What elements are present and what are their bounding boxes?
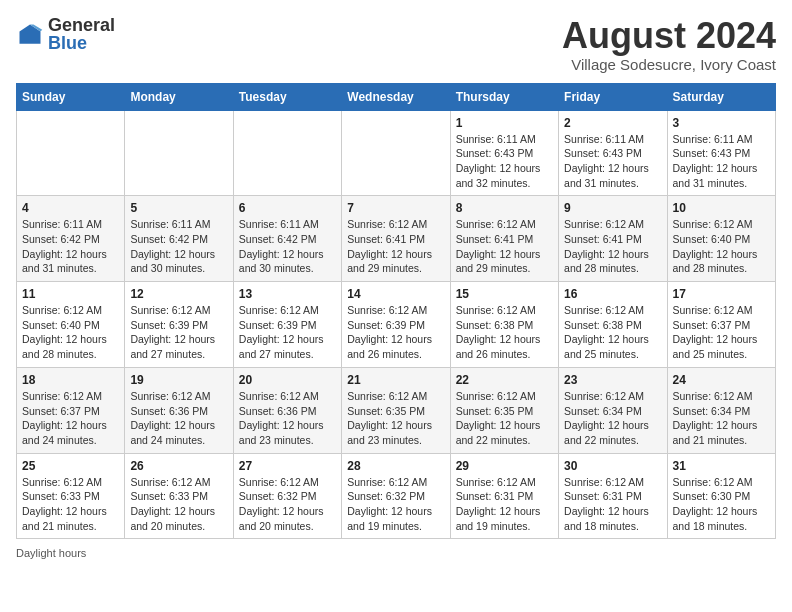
day-number: 30 [564, 459, 661, 473]
day-info: Sunrise: 6:12 AM Sunset: 6:35 PM Dayligh… [456, 389, 553, 448]
day-info: Sunrise: 6:12 AM Sunset: 6:31 PM Dayligh… [456, 475, 553, 534]
weekday-header-wednesday: Wednesday [342, 83, 450, 110]
weekday-header-sunday: Sunday [17, 83, 125, 110]
calendar-cell: 18Sunrise: 6:12 AM Sunset: 6:37 PM Dayli… [17, 367, 125, 453]
weekday-header-friday: Friday [559, 83, 667, 110]
day-info: Sunrise: 6:12 AM Sunset: 6:38 PM Dayligh… [456, 303, 553, 362]
main-title: August 2024 [562, 16, 776, 56]
day-number: 20 [239, 373, 336, 387]
day-info: Sunrise: 6:12 AM Sunset: 6:39 PM Dayligh… [239, 303, 336, 362]
day-info: Sunrise: 6:12 AM Sunset: 6:39 PM Dayligh… [347, 303, 444, 362]
weekday-header-tuesday: Tuesday [233, 83, 341, 110]
day-number: 10 [673, 201, 770, 215]
day-number: 7 [347, 201, 444, 215]
calendar-cell [342, 110, 450, 196]
day-number: 11 [22, 287, 119, 301]
day-number: 31 [673, 459, 770, 473]
daylight-label: Daylight hours [16, 547, 86, 559]
day-info: Sunrise: 6:12 AM Sunset: 6:33 PM Dayligh… [22, 475, 119, 534]
calendar-body: 1Sunrise: 6:11 AM Sunset: 6:43 PM Daylig… [17, 110, 776, 539]
day-number: 1 [456, 116, 553, 130]
week-row-2: 4Sunrise: 6:11 AM Sunset: 6:42 PM Daylig… [17, 196, 776, 282]
day-number: 19 [130, 373, 227, 387]
day-info: Sunrise: 6:12 AM Sunset: 6:39 PM Dayligh… [130, 303, 227, 362]
logo-general-text: General [48, 16, 115, 34]
calendar-cell: 24Sunrise: 6:12 AM Sunset: 6:34 PM Dayli… [667, 367, 775, 453]
day-number: 8 [456, 201, 553, 215]
calendar-cell: 13Sunrise: 6:12 AM Sunset: 6:39 PM Dayli… [233, 282, 341, 368]
weekday-header-saturday: Saturday [667, 83, 775, 110]
day-info: Sunrise: 6:11 AM Sunset: 6:43 PM Dayligh… [673, 132, 770, 191]
subtitle: Village Sodesucre, Ivory Coast [562, 56, 776, 73]
calendar-cell: 27Sunrise: 6:12 AM Sunset: 6:32 PM Dayli… [233, 453, 341, 539]
day-number: 15 [456, 287, 553, 301]
calendar-cell: 29Sunrise: 6:12 AM Sunset: 6:31 PM Dayli… [450, 453, 558, 539]
day-info: Sunrise: 6:11 AM Sunset: 6:42 PM Dayligh… [130, 217, 227, 276]
day-number: 13 [239, 287, 336, 301]
calendar-cell: 21Sunrise: 6:12 AM Sunset: 6:35 PM Dayli… [342, 367, 450, 453]
calendar-table: SundayMondayTuesdayWednesdayThursdayFrid… [16, 83, 776, 540]
week-row-4: 18Sunrise: 6:12 AM Sunset: 6:37 PM Dayli… [17, 367, 776, 453]
calendar-cell: 4Sunrise: 6:11 AM Sunset: 6:42 PM Daylig… [17, 196, 125, 282]
day-info: Sunrise: 6:11 AM Sunset: 6:42 PM Dayligh… [22, 217, 119, 276]
day-info: Sunrise: 6:12 AM Sunset: 6:40 PM Dayligh… [673, 217, 770, 276]
logo-blue-text: Blue [48, 33, 87, 53]
calendar-cell: 20Sunrise: 6:12 AM Sunset: 6:36 PM Dayli… [233, 367, 341, 453]
calendar-cell [125, 110, 233, 196]
day-number: 25 [22, 459, 119, 473]
calendar-cell: 31Sunrise: 6:12 AM Sunset: 6:30 PM Dayli… [667, 453, 775, 539]
logo: General Blue [16, 16, 115, 53]
day-info: Sunrise: 6:12 AM Sunset: 6:38 PM Dayligh… [564, 303, 661, 362]
day-info: Sunrise: 6:12 AM Sunset: 6:34 PM Dayligh… [564, 389, 661, 448]
calendar-cell: 6Sunrise: 6:11 AM Sunset: 6:42 PM Daylig… [233, 196, 341, 282]
day-number: 17 [673, 287, 770, 301]
calendar-cell: 16Sunrise: 6:12 AM Sunset: 6:38 PM Dayli… [559, 282, 667, 368]
day-number: 2 [564, 116, 661, 130]
day-info: Sunrise: 6:11 AM Sunset: 6:43 PM Dayligh… [456, 132, 553, 191]
day-info: Sunrise: 6:11 AM Sunset: 6:43 PM Dayligh… [564, 132, 661, 191]
day-info: Sunrise: 6:12 AM Sunset: 6:33 PM Dayligh… [130, 475, 227, 534]
calendar-cell: 1Sunrise: 6:11 AM Sunset: 6:43 PM Daylig… [450, 110, 558, 196]
calendar-cell: 3Sunrise: 6:11 AM Sunset: 6:43 PM Daylig… [667, 110, 775, 196]
calendar-cell: 26Sunrise: 6:12 AM Sunset: 6:33 PM Dayli… [125, 453, 233, 539]
day-number: 5 [130, 201, 227, 215]
day-number: 22 [456, 373, 553, 387]
calendar-cell: 14Sunrise: 6:12 AM Sunset: 6:39 PM Dayli… [342, 282, 450, 368]
calendar-cell: 7Sunrise: 6:12 AM Sunset: 6:41 PM Daylig… [342, 196, 450, 282]
week-row-1: 1Sunrise: 6:11 AM Sunset: 6:43 PM Daylig… [17, 110, 776, 196]
day-info: Sunrise: 6:12 AM Sunset: 6:36 PM Dayligh… [130, 389, 227, 448]
day-number: 9 [564, 201, 661, 215]
day-number: 18 [22, 373, 119, 387]
day-info: Sunrise: 6:12 AM Sunset: 6:35 PM Dayligh… [347, 389, 444, 448]
calendar-cell: 22Sunrise: 6:12 AM Sunset: 6:35 PM Dayli… [450, 367, 558, 453]
day-number: 28 [347, 459, 444, 473]
day-info: Sunrise: 6:11 AM Sunset: 6:42 PM Dayligh… [239, 217, 336, 276]
calendar-cell: 5Sunrise: 6:11 AM Sunset: 6:42 PM Daylig… [125, 196, 233, 282]
calendar-cell: 10Sunrise: 6:12 AM Sunset: 6:40 PM Dayli… [667, 196, 775, 282]
day-info: Sunrise: 6:12 AM Sunset: 6:41 PM Dayligh… [456, 217, 553, 276]
day-number: 16 [564, 287, 661, 301]
day-info: Sunrise: 6:12 AM Sunset: 6:41 PM Dayligh… [564, 217, 661, 276]
day-number: 21 [347, 373, 444, 387]
day-info: Sunrise: 6:12 AM Sunset: 6:36 PM Dayligh… [239, 389, 336, 448]
footer: Daylight hours [16, 547, 776, 559]
week-row-5: 25Sunrise: 6:12 AM Sunset: 6:33 PM Dayli… [17, 453, 776, 539]
calendar-cell [17, 110, 125, 196]
day-info: Sunrise: 6:12 AM Sunset: 6:31 PM Dayligh… [564, 475, 661, 534]
calendar-cell: 8Sunrise: 6:12 AM Sunset: 6:41 PM Daylig… [450, 196, 558, 282]
day-info: Sunrise: 6:12 AM Sunset: 6:32 PM Dayligh… [239, 475, 336, 534]
day-info: Sunrise: 6:12 AM Sunset: 6:41 PM Dayligh… [347, 217, 444, 276]
day-number: 26 [130, 459, 227, 473]
week-row-3: 11Sunrise: 6:12 AM Sunset: 6:40 PM Dayli… [17, 282, 776, 368]
weekday-header-thursday: Thursday [450, 83, 558, 110]
title-block: August 2024 Village Sodesucre, Ivory Coa… [562, 16, 776, 73]
day-number: 24 [673, 373, 770, 387]
calendar-cell: 28Sunrise: 6:12 AM Sunset: 6:32 PM Dayli… [342, 453, 450, 539]
calendar-cell: 12Sunrise: 6:12 AM Sunset: 6:39 PM Dayli… [125, 282, 233, 368]
calendar-cell: 30Sunrise: 6:12 AM Sunset: 6:31 PM Dayli… [559, 453, 667, 539]
calendar-cell: 25Sunrise: 6:12 AM Sunset: 6:33 PM Dayli… [17, 453, 125, 539]
day-number: 12 [130, 287, 227, 301]
weekday-header-monday: Monday [125, 83, 233, 110]
logo-icon [16, 21, 44, 49]
day-info: Sunrise: 6:12 AM Sunset: 6:34 PM Dayligh… [673, 389, 770, 448]
